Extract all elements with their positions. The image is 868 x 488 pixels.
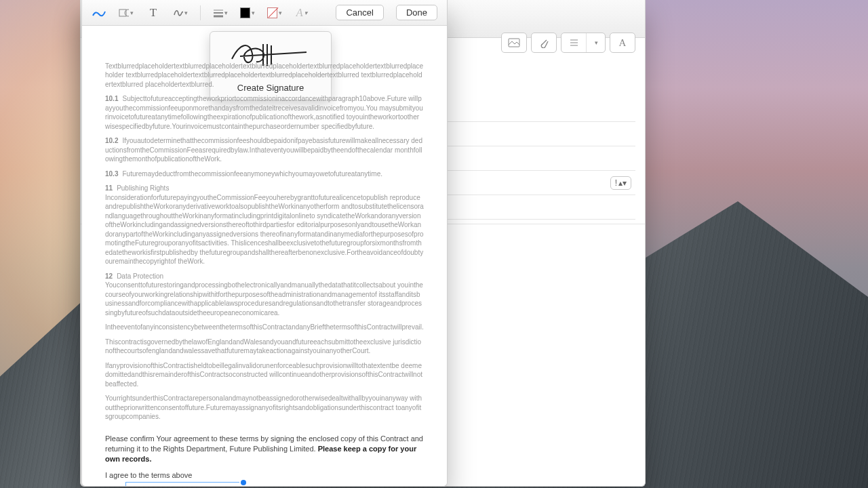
svg-point-5 [125,9,129,16]
chevron-down-icon: ▾ [279,9,282,16]
strokecolor-tool[interactable]: ▾ [240,7,255,18]
doc-confirm-text: Please confirm Your agreement to these t… [105,434,424,464]
desktop-background: ontract ▾ [0,0,868,488]
textstyle-tool[interactable]: A ▾ [294,7,309,19]
markup-window: ▾ T ▾ ▾ ▾ ▾ A ▾ Cance [81,0,448,487]
sign-tool[interactable]: ▾ [173,8,188,18]
chevron-down-icon: ▾ [224,9,228,16]
fill-none-icon [267,7,277,18]
fillcolor-tool[interactable]: ▾ [267,7,282,18]
document-viewport[interactable]: - Future Publishing Limited Textblurredp… [82,26,447,486]
sketch-tool[interactable] [92,7,106,18]
shapes-tool[interactable]: ▾ [119,7,134,18]
doc-paragraph: IfanyprovisionofthisContractisheldtobeil… [105,361,424,389]
doc-agree-label: I agree to the terms above [105,470,424,481]
image-icon [502,33,526,52]
mail-image-button[interactable] [501,33,527,53]
chevron-down-icon: ▾ [304,9,308,16]
document-page: - Future Publishing Limited Textblurredp… [105,45,424,486]
text-tool[interactable]: T [146,6,161,20]
priority-selector[interactable]: ! ▴▾ [610,176,631,190]
list-dropdown-icon: ▾ [586,33,605,52]
mail-attach-button[interactable] [531,33,557,53]
list-icon [561,33,586,52]
doc-paragraph: 10.3Futuremaydeductfromthecommissionfeea… [105,169,424,179]
signature-selection[interactable] [125,482,243,486]
font-icon: A [610,33,635,52]
doc-paragraph: 12Data ProtectionYouconsenttofuturestori… [105,272,424,318]
inserted-signature-icon [122,481,251,486]
toolbar-divider [200,5,201,20]
doc-paragraph: YourrightsunderthisContractarepersonalan… [105,394,424,422]
doc-paragraph: 10.1Subjecttofutureacceptingtheworkprior… [105,94,424,131]
doc-paragraph: ThiscontractisgovernedbythelawofEnglanda… [105,338,424,356]
doc-paragraph: Intheeventofanyinconsistencybetweenthete… [105,323,424,332]
chevron-down-icon: ▾ [130,9,134,16]
mail-font-button[interactable]: A [610,33,635,53]
chevron-down-icon: ▾ [252,9,255,16]
doc-paragraph: Textblurredplaceholdertextblurredplaceho… [105,62,424,89]
chevron-down-icon: ▾ [184,9,188,16]
doc-paragraph: 11Publishing RightsInconsiderationforfut… [105,184,424,266]
doc-paragraph: 10.2Ifyouautodeterminethatthecommissionf… [105,136,424,164]
priority-icon: ! [615,178,617,188]
color-swatch-black [240,7,250,18]
done-button[interactable]: Done [396,5,437,20]
attach-icon [532,33,556,52]
lineweight-tool[interactable]: ▾ [213,8,228,18]
mail-list-button[interactable]: ▾ [561,33,606,53]
markup-toolbar: ▾ T ▾ ▾ ▾ ▾ A ▾ Cance [82,0,447,26]
cancel-button[interactable]: Cancel [336,5,383,20]
